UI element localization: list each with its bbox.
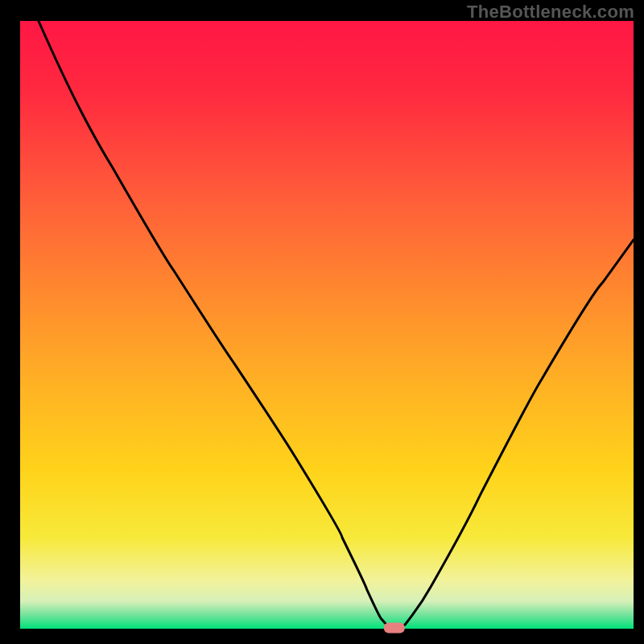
bottleneck-chart xyxy=(0,0,644,644)
optimal-marker xyxy=(384,623,405,634)
plot-background xyxy=(20,21,634,629)
attribution-label: TheBottleneck.com xyxy=(467,2,634,23)
chart-frame: TheBottleneck.com xyxy=(0,0,644,644)
